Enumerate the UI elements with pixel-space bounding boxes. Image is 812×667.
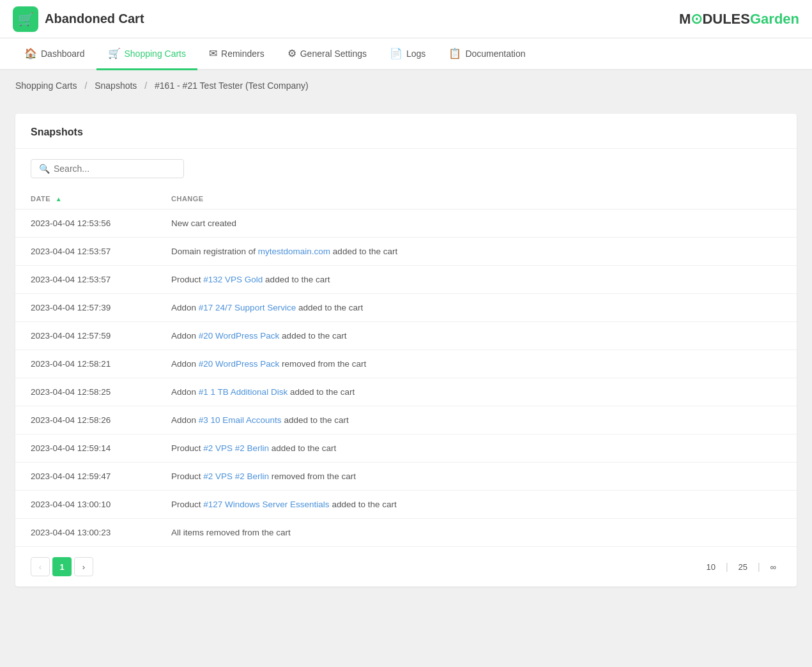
nav-item-shopping-carts[interactable]: 🛒 Shopping Carts — [96, 38, 198, 70]
doc-icon: 📋 — [448, 47, 461, 59]
nav-item-logs[interactable]: 📄 Logs — [378, 38, 437, 70]
table-row: 2023-04-04 12:53:56New cart created — [15, 210, 797, 238]
cell-date: 2023-04-04 12:59:14 — [15, 434, 156, 463]
page-size-10[interactable]: 10 — [701, 560, 721, 574]
cell-change: New cart created — [156, 210, 797, 238]
current-page: 1 — [52, 557, 72, 576]
cell-change: Addon #3 10 Email Accounts added to the … — [156, 406, 797, 434]
cell-date: 2023-04-04 12:57:59 — [15, 322, 156, 350]
header: 🛒 Abandoned Cart M⊙DULESGarden — [0, 0, 812, 38]
cart-icon: 🛒 — [108, 47, 121, 59]
table-body: 2023-04-04 12:53:56New cart created2023-… — [15, 210, 797, 547]
snapshots-card: Snapshots 🔍 DATE ▲ CHANGE 2023-04-0 — [15, 114, 797, 586]
table-row: 2023-04-04 12:57:59Addon #20 WordPress P… — [15, 322, 797, 350]
nav-label-documentation: Documentation — [465, 49, 525, 59]
app-logo: 🛒 Abandoned Cart — [13, 6, 144, 32]
breadcrumb-current: #161 - #21 Test Tester (Test Company) — [155, 80, 309, 91]
col-date[interactable]: DATE ▲ — [15, 188, 156, 210]
breadcrumb-sep-2: / — [144, 80, 147, 91]
breadcrumb: Shopping Carts / Snapshots / #161 - #21 … — [0, 70, 812, 101]
prev-page-button[interactable]: ‹ — [31, 557, 50, 576]
change-link[interactable]: #3 10 Email Accounts — [199, 415, 282, 425]
change-link[interactable]: #20 WordPress Pack — [199, 331, 280, 341]
change-link[interactable]: #2 VPS #2 Berlin — [203, 471, 269, 481]
table-row: 2023-04-04 13:00:10Product #127 Windows … — [15, 491, 797, 519]
table-row: 2023-04-04 12:58:21Addon #20 WordPress P… — [15, 350, 797, 378]
cell-change: Addon #17 24/7 Support Service added to … — [156, 294, 797, 322]
brand-logo: M⊙DULESGarden — [679, 11, 799, 27]
nav-item-general-settings[interactable]: ⚙ General Settings — [276, 38, 378, 70]
card-title: Snapshots — [31, 126, 83, 137]
table-row: 2023-04-04 12:59:14Product #2 VPS #2 Ber… — [15, 434, 797, 463]
snapshots-table: DATE ▲ CHANGE 2023-04-04 12:53:56New car… — [15, 188, 797, 546]
col-change: CHANGE — [156, 188, 797, 210]
cell-change: Product #127 Windows Server Essentials a… — [156, 491, 797, 519]
nav-label-general-settings: General Settings — [300, 49, 367, 59]
cell-date: 2023-04-04 12:53:56 — [15, 210, 156, 238]
cell-date: 2023-04-04 12:59:47 — [15, 463, 156, 491]
table-row: 2023-04-04 12:57:39Addon #17 24/7 Suppor… — [15, 294, 797, 322]
cell-change: Addon #20 WordPress Pack removed from th… — [156, 350, 797, 378]
change-link[interactable]: #1 1 TB Additional Disk — [199, 387, 287, 397]
cell-date: 2023-04-04 12:58:25 — [15, 378, 156, 406]
cell-change: Addon #1 1 TB Additional Disk added to t… — [156, 378, 797, 406]
cell-change: Domain registration of mytestdomain.com … — [156, 238, 797, 266]
next-page-button[interactable]: › — [74, 557, 93, 576]
search-input[interactable] — [54, 164, 176, 174]
nav-label-logs: Logs — [406, 49, 425, 59]
card-header: Snapshots — [15, 114, 797, 149]
change-link[interactable]: #20 WordPress Pack — [199, 359, 280, 369]
nav-item-reminders[interactable]: ✉ Reminders — [197, 38, 276, 70]
nav-label-shopping-carts: Shopping Carts — [125, 49, 187, 59]
cell-date: 2023-04-04 12:53:57 — [15, 266, 156, 294]
change-link[interactable]: #2 VPS #2 Berlin — [203, 443, 269, 453]
page-size-options: 10 | 25 | ∞ — [701, 560, 782, 574]
pagination: ‹ 1 › 10 | 25 | ∞ — [15, 546, 797, 586]
search-bar: 🔍 — [15, 149, 797, 188]
cell-date: 2023-04-04 12:58:21 — [15, 350, 156, 378]
cell-date: 2023-04-04 12:57:39 — [15, 294, 156, 322]
nav-label-dashboard: Dashboard — [41, 49, 85, 59]
brand-text: M⊙DULESGarden — [679, 11, 799, 27]
cell-date: 2023-04-04 13:00:10 — [15, 491, 156, 519]
cell-change: Product #132 VPS Gold added to the cart — [156, 266, 797, 294]
breadcrumb-sep-1: / — [84, 80, 87, 91]
page-size-25[interactable]: 25 — [733, 560, 753, 574]
table-row: 2023-04-04 12:59:47Product #2 VPS #2 Ber… — [15, 463, 797, 491]
cell-date: 2023-04-04 12:58:26 — [15, 406, 156, 434]
cell-date: 2023-04-04 13:00:23 — [15, 519, 156, 547]
search-wrapper: 🔍 — [31, 159, 184, 178]
table-row: 2023-04-04 12:53:57Domain registration o… — [15, 238, 797, 266]
main-nav: 🏠 Dashboard 🛒 Shopping Carts ✉ Reminders… — [0, 38, 812, 70]
nav-label-reminders: Reminders — [221, 49, 264, 59]
home-icon: 🏠 — [24, 47, 37, 59]
app-title: Abandoned Cart — [45, 12, 144, 26]
email-icon: ✉ — [209, 47, 217, 59]
page-size-infinite[interactable]: ∞ — [765, 560, 781, 574]
cell-change: Addon #20 WordPress Pack added to the ca… — [156, 322, 797, 350]
search-icon: 🔍 — [39, 164, 50, 174]
logs-icon: 📄 — [390, 47, 402, 59]
cell-change: All items removed from the cart — [156, 519, 797, 547]
change-link[interactable]: mytestdomain.com — [258, 247, 330, 256]
table-row: 2023-04-04 12:58:26Addon #3 10 Email Acc… — [15, 406, 797, 434]
logo-icon: 🛒 — [13, 6, 38, 32]
breadcrumb-snapshots[interactable]: Snapshots — [95, 80, 137, 91]
cell-date: 2023-04-04 12:53:57 — [15, 238, 156, 266]
gear-icon: ⚙ — [287, 47, 296, 59]
table-row: 2023-04-04 12:53:57Product #132 VPS Gold… — [15, 266, 797, 294]
nav-item-dashboard[interactable]: 🏠 Dashboard — [13, 38, 96, 70]
change-link[interactable]: #132 VPS Gold — [203, 275, 263, 284]
nav-item-documentation[interactable]: 📋 Documentation — [437, 38, 537, 70]
table-header: DATE ▲ CHANGE — [15, 188, 797, 210]
main-content: Snapshots 🔍 DATE ▲ CHANGE 2023-04-0 — [0, 101, 812, 599]
change-link[interactable]: #127 Windows Server Essentials — [203, 500, 329, 509]
change-link[interactable]: #17 24/7 Support Service — [199, 303, 296, 312]
breadcrumb-shopping-carts[interactable]: Shopping Carts — [15, 80, 77, 91]
sort-asc-icon: ▲ — [56, 195, 62, 203]
table-row: 2023-04-04 12:58:25Addon #1 1 TB Additio… — [15, 378, 797, 406]
table-row: 2023-04-04 13:00:23All items removed fro… — [15, 519, 797, 547]
cell-change: Product #2 VPS #2 Berlin added to the ca… — [156, 434, 797, 463]
cell-change: Product #2 VPS #2 Berlin removed from th… — [156, 463, 797, 491]
